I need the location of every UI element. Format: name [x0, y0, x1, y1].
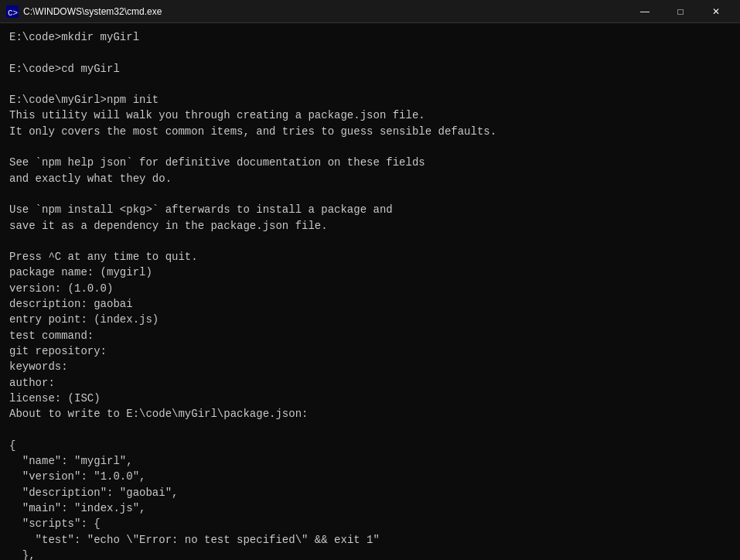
title-bar-controls: — □ ✕	[627, 0, 734, 23]
maximize-button[interactable]: □	[663, 0, 698, 23]
close-button[interactable]: ✕	[698, 0, 734, 23]
terminal-line: "scripts": {	[9, 516, 731, 531]
terminal-line	[9, 234, 731, 249]
terminal-line: package name: (mygirl)	[9, 265, 731, 280]
terminal-line: Press ^C at any time to quit.	[9, 249, 731, 265]
terminal-line: This utility will walk you through creat…	[9, 108, 731, 123]
terminal-output[interactable]: E:\code>mkdir myGirl E:\code>cd myGirl E…	[0, 23, 740, 560]
terminal-line: E:\code\myGirl>npm init	[9, 92, 731, 108]
terminal-line	[9, 139, 731, 155]
title-bar-left: C> C:\WINDOWS\system32\cmd.exe	[6, 5, 162, 18]
svg-text:C>: C>	[8, 9, 18, 18]
terminal-line: version: (1.0.0)	[9, 281, 731, 296]
terminal-line	[9, 77, 731, 92]
terminal-line: git repository:	[9, 343, 731, 359]
terminal-line: "version": "1.0.0",	[9, 469, 731, 484]
terminal-line: },	[9, 548, 731, 560]
terminal-line: See `npm help json` for definitive docum…	[9, 155, 731, 170]
terminal-line: "test": "echo \"Error: no test specified…	[9, 532, 731, 548]
terminal-line: "name": "mygirl",	[9, 453, 731, 469]
terminal-line	[9, 422, 731, 437]
terminal-line	[9, 45, 731, 60]
terminal-line: "main": "index.js",	[9, 500, 731, 516]
terminal-line: It only covers the most common items, an…	[9, 124, 731, 139]
terminal-line: E:\code>cd myGirl	[9, 61, 731, 77]
terminal-line: and exactly what they do.	[9, 171, 731, 186]
terminal-line	[9, 186, 731, 202]
terminal-line: license: (ISC)	[9, 391, 731, 406]
terminal-line: description: gaobai	[9, 296, 731, 312]
terminal-line: About to write to E:\code\myGirl\package…	[9, 406, 731, 422]
terminal-line: {	[9, 438, 731, 453]
terminal-line: Use `npm install <pkg>` afterwards to in…	[9, 202, 731, 217]
terminal-line: E:\code>mkdir myGirl	[9, 29, 731, 45]
minimize-button[interactable]: —	[627, 0, 663, 23]
terminal-line: keywords:	[9, 359, 731, 374]
terminal-line: save it as a dependency in the package.j…	[9, 218, 731, 234]
title-bar: C> C:\WINDOWS\system32\cmd.exe — □ ✕	[0, 0, 740, 23]
terminal-line: "description": "gaobai",	[9, 485, 731, 500]
cmd-window: C> C:\WINDOWS\system32\cmd.exe — □ ✕ E:\…	[0, 0, 740, 560]
cmd-icon: C>	[6, 5, 19, 18]
window-title: C:\WINDOWS\system32\cmd.exe	[23, 6, 162, 17]
terminal-line: entry point: (index.js)	[9, 312, 731, 327]
terminal-line: test command:	[9, 328, 731, 343]
terminal-line: author:	[9, 375, 731, 391]
